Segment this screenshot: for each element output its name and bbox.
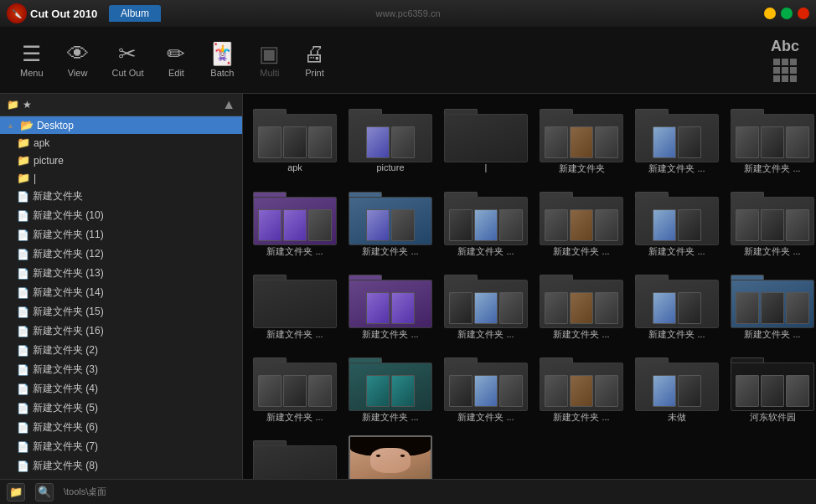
folder-icon: 📁 bbox=[7, 99, 19, 111]
file-grid: apkpicture|新建文件夹新建文件夹 ...新建文件夹 ...新建文件夹 … bbox=[250, 100, 809, 479]
sidebar-item-18[interactable]: 📄新建文件夹 (8) bbox=[0, 456, 242, 476]
file-icon: 📄 bbox=[17, 287, 29, 299]
sidebar-item-3[interactable]: 📁| bbox=[0, 169, 242, 187]
sidebar-item-17[interactable]: 📄新建文件夹 (7) bbox=[0, 437, 242, 456]
file-item-6[interactable]: 新建文件夹 ... bbox=[250, 183, 340, 261]
folder-thumbnail bbox=[635, 187, 719, 245]
file-icon: 📄 bbox=[17, 191, 29, 203]
sidebar-item-14[interactable]: 📄新建文件夹 (4) bbox=[0, 379, 242, 399]
sidebar-item-10[interactable]: 📄新建文件夹 (15) bbox=[0, 302, 242, 321]
close-button[interactable] bbox=[798, 8, 809, 19]
sidebar-item-13[interactable]: 📄新建文件夹 (3) bbox=[0, 360, 242, 379]
sidebar-item-11[interactable]: 📄新建文件夹 (16) bbox=[0, 321, 242, 341]
file-item-17[interactable]: 新建文件夹 ... bbox=[727, 266, 816, 344]
sidebar-item-7[interactable]: 📄新建文件夹 (12) bbox=[0, 244, 242, 264]
sidebar-item-1[interactable]: 📁apk bbox=[0, 134, 242, 152]
view-icon: 👁 bbox=[67, 43, 89, 64]
sidebar-item-9[interactable]: 📄新建文件夹 (14) bbox=[0, 283, 242, 302]
file-label: 新建文件夹 ... bbox=[744, 162, 800, 175]
sidebar-label-2: picture bbox=[34, 155, 64, 167]
folder-thumbnail bbox=[349, 270, 432, 328]
minimize-button[interactable] bbox=[764, 8, 776, 19]
sidebar: 📁 ★ ▲ ▲📂Desktop📁apk📁picture📁|📄新建文件夹📄新建文件… bbox=[0, 94, 243, 479]
file-label: | bbox=[485, 162, 488, 172]
window-controls bbox=[764, 8, 809, 19]
sidebar-label-0: Desktop bbox=[37, 120, 74, 131]
file-item-9[interactable]: 新建文件夹 ... bbox=[536, 183, 627, 261]
maximize-button[interactable] bbox=[781, 8, 793, 19]
toolbar-item-batch[interactable]: 🃏Batch bbox=[197, 38, 247, 83]
toolbar-item-cutout[interactable]: ✂Cut Out bbox=[101, 38, 156, 83]
file-icon: 📄 bbox=[17, 210, 29, 222]
folder-thumbnail bbox=[444, 270, 528, 328]
toolbar-item-print[interactable]: 🖨Print bbox=[292, 38, 337, 83]
file-item-5[interactable]: 新建文件夹 ... bbox=[727, 100, 816, 178]
file-label: 新建文件夹 ... bbox=[553, 411, 609, 424]
sidebar-item-8[interactable]: 📄新建文件夹 (13) bbox=[0, 264, 242, 283]
file-item-14[interactable]: 新建文件夹 ... bbox=[441, 266, 531, 344]
file-item-24[interactable]: 音视频素材 bbox=[250, 432, 340, 479]
sidebar-collapse-icon[interactable]: ▲ bbox=[222, 97, 235, 112]
file-label: 未做 bbox=[668, 411, 686, 424]
file-item-0[interactable]: apk bbox=[250, 100, 340, 178]
file-item-1[interactable]: picture bbox=[345, 100, 436, 178]
sidebar-item-0[interactable]: ▲📂Desktop bbox=[0, 116, 242, 134]
file-item-10[interactable]: 新建文件夹 ... bbox=[632, 183, 722, 261]
search-button[interactable]: 🔍 bbox=[35, 483, 54, 501]
sidebar-label-6: 新建文件夹 (11) bbox=[33, 228, 104, 242]
file-label: 新建文件夹 ... bbox=[362, 411, 418, 424]
folder-thumbnail bbox=[540, 352, 623, 411]
file-icon: 📄 bbox=[17, 326, 29, 337]
file-item-12[interactable]: 新建文件夹 ... bbox=[250, 266, 340, 344]
album-tab[interactable]: Album bbox=[109, 5, 161, 22]
file-item-19[interactable]: 新建文件夹 ... bbox=[345, 349, 436, 427]
file-item-13[interactable]: 新建文件夹 ... bbox=[345, 266, 436, 344]
folder-thumbnail bbox=[253, 352, 337, 411]
folder-button[interactable]: 📁 bbox=[7, 483, 25, 501]
toolbar-label-print: Print bbox=[305, 68, 324, 78]
file-item-8[interactable]: 新建文件夹 ... bbox=[441, 183, 531, 261]
file-icon: 📄 bbox=[17, 460, 29, 472]
file-item-2[interactable]: | bbox=[441, 100, 531, 178]
folder-thumbnail bbox=[253, 104, 337, 162]
abc-label: Abc bbox=[771, 38, 799, 55]
sidebar-label-13: 新建文件夹 (3) bbox=[33, 363, 98, 377]
toolbar-item-menu[interactable]: ☰Menu bbox=[8, 38, 55, 83]
file-label: 新建文件夹 ... bbox=[553, 245, 609, 258]
file-item-3[interactable]: 新建文件夹 bbox=[536, 100, 627, 178]
file-icon: 📄 bbox=[17, 229, 29, 241]
file-label: 新建文件夹 ... bbox=[744, 328, 800, 341]
sidebar-item-12[interactable]: 📄新建文件夹 (2) bbox=[0, 341, 242, 360]
photo-thumbnail bbox=[349, 435, 432, 479]
file-label: 新建文件夹 ... bbox=[648, 328, 705, 341]
toolbar-item-view[interactable]: 👁View bbox=[55, 38, 101, 83]
file-item-7[interactable]: 新建文件夹 ... bbox=[345, 183, 436, 261]
file-item-21[interactable]: 新建文件夹 ... bbox=[536, 349, 627, 427]
folder-icon: 📂 bbox=[20, 119, 34, 131]
sidebar-label-1: apk bbox=[34, 137, 49, 149]
folder-thumbnail bbox=[635, 104, 719, 162]
file-item-23[interactable]: 河东软件园 bbox=[727, 349, 816, 427]
file-icon: 📄 bbox=[17, 422, 29, 434]
sidebar-label-10: 新建文件夹 (15) bbox=[33, 305, 104, 319]
toolbar-item-edit[interactable]: ✏Edit bbox=[155, 38, 197, 83]
file-label: 新建文件夹 ... bbox=[266, 328, 323, 341]
sidebar-item-2[interactable]: 📁picture bbox=[0, 152, 242, 169]
sidebar-item-4[interactable]: 📄新建文件夹 bbox=[0, 187, 242, 206]
toolbar-label-batch: Batch bbox=[210, 68, 234, 78]
file-item-15[interactable]: 新建文件夹 ... bbox=[536, 266, 627, 344]
toolbar-label-edit: Edit bbox=[168, 68, 184, 78]
sidebar-item-6[interactable]: 📄新建文件夹 (11) bbox=[0, 225, 242, 244]
file-item-16[interactable]: 新建文件夹 ... bbox=[632, 266, 722, 344]
file-item-22[interactable]: 未做 bbox=[632, 349, 722, 427]
title-bar: 🔪 Cut Out 2010 Album www.pc6359.cn bbox=[0, 0, 816, 27]
sidebar-item-15[interactable]: 📄新建文件夹 (5) bbox=[0, 399, 242, 418]
file-item-4[interactable]: 新建文件夹 ... bbox=[632, 100, 722, 178]
file-item-20[interactable]: 新建文件夹 ... bbox=[441, 349, 531, 427]
file-item-11[interactable]: 新建文件夹 ... bbox=[727, 183, 816, 261]
sidebar-item-5[interactable]: 📄新建文件夹 (10) bbox=[0, 206, 242, 225]
file-item-18[interactable]: 新建文件夹 ... bbox=[250, 349, 340, 427]
batch-icon: 🃏 bbox=[209, 43, 235, 64]
file-item-25[interactable]: zp9.timg bbox=[345, 432, 436, 479]
sidebar-item-16[interactable]: 📄新建文件夹 (6) bbox=[0, 418, 242, 437]
